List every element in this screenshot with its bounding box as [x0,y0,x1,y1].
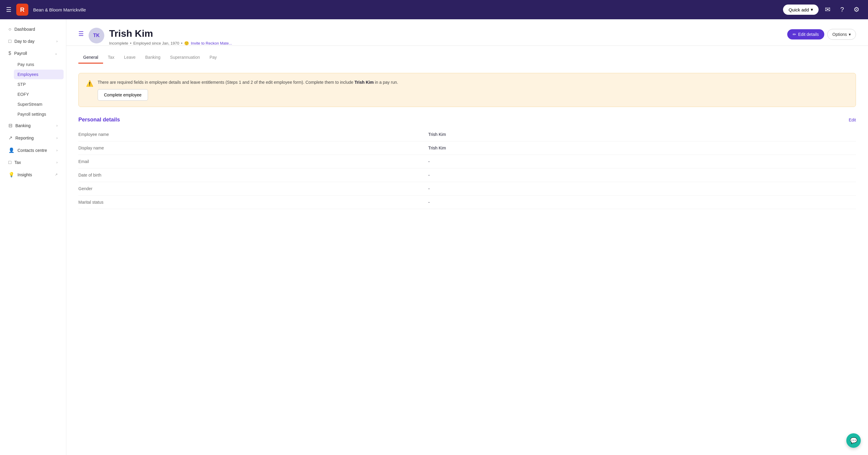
field-label: Marital status [79,196,428,209]
field-value: - [428,182,856,196]
employed-since: Employed since Jan, 1970 [133,41,179,45]
chat-icon: 💬 [850,437,858,444]
help-icon[interactable]: ? [837,4,847,15]
tab-general[interactable]: General [79,52,103,64]
field-value: - [428,196,856,209]
sidebar-item-dashboard[interactable]: ○ Dashboard [2,24,64,35]
tab-leave[interactable]: Leave [119,52,141,64]
hamburger-menu[interactable]: ☰ [6,6,11,13]
tab-tax[interactable]: Tax [103,52,119,64]
sidebar-item-stp[interactable]: STP [14,79,64,89]
header-actions: ✏ Edit details Options ▾ [787,29,856,40]
table-row: Employee name Trish Kim [79,128,856,141]
table-row: Marital status - [79,196,856,209]
sidebar-item-banking[interactable]: ⊟ Banking › [2,120,64,131]
field-value: Trish Kim [428,141,856,155]
sidebar-item-day-to-day[interactable]: □ Day to day › [2,36,64,47]
field-label: Gender [79,182,428,196]
warning-text: There are required fields in employee de… [98,79,398,86]
employee-subtitle: Incomplete • Employed since Jan, 1970 • … [109,41,232,45]
main-content: ☰ TK Trish Kim Incomplete • Employed sin… [66,19,868,455]
field-value: - [428,155,856,168]
topnav-actions: Quick add ▾ ✉ ? ⚙ [783,4,862,15]
sidebar-item-tax[interactable]: □ Tax › [2,157,64,168]
avatar: TK [89,28,104,43]
dollar-icon: $ [8,51,11,56]
employee-status: Incomplete [109,41,128,45]
field-label: Email [79,155,428,168]
warning-employee-name: Trish Kim [354,80,374,85]
warning-content: There are required fields in employee de… [98,79,398,101]
employee-name: Trish Kim [109,28,232,39]
sidebar-toggle-icon[interactable]: ☰ [79,30,84,37]
chevron-right-icon: › [56,124,58,128]
invite-link[interactable]: Invite to Reckon Mate... [191,41,232,45]
company-name: Bean & Bloom Marrickville [33,7,778,12]
chevron-down-icon: ⌄ [55,51,58,56]
chevron-down-icon: ▾ [811,7,813,12]
sidebar-item-payroll-settings[interactable]: Payroll settings [14,109,64,119]
personal-details-table: Employee name Trish Kim Display name Tri… [79,128,856,209]
personal-details-title: Personal details [79,117,120,123]
sidebar-item-employees[interactable]: Employees [14,70,64,79]
dashboard-icon: ○ [8,27,11,32]
options-button[interactable]: Options ▾ [827,29,856,40]
external-link-icon: ↗ [55,173,58,176]
payroll-submenu: Pay runs Employees STP EOFY SuperStream … [0,60,66,119]
tab-banking[interactable]: Banking [141,52,165,64]
edit-details-button[interactable]: ✏ Edit details [787,29,824,39]
complete-employee-button[interactable]: Complete employee [98,89,148,101]
table-row: Date of birth - [79,168,856,182]
content-area: ⚠️ There are required fields in employee… [66,63,868,219]
tax-icon: □ [8,160,11,165]
mail-icon[interactable]: ✉ [822,4,833,15]
top-navigation: ☰ R Bean & Bloom Marrickville Quick add … [0,0,868,19]
smiley-icon: 🙂 [184,41,189,45]
tab-pay[interactable]: Pay [205,52,221,64]
chevron-right-icon: › [56,39,58,43]
personal-details-edit-link[interactable]: Edit [849,118,856,122]
chevron-right-icon: › [56,160,58,165]
contacts-icon: 👤 [8,148,14,153]
quick-add-button[interactable]: Quick add ▾ [783,4,818,15]
sidebar-item-insights[interactable]: 💡 Insights ↗ [2,169,64,181]
insights-icon: 💡 [8,172,14,177]
calendar-icon: □ [8,39,11,44]
reporting-icon: ↗ [8,135,12,141]
table-row: Email - [79,155,856,168]
table-row: Display name Trish Kim [79,141,856,155]
employee-tabs: General Tax Leave Banking Superannuation… [66,52,868,63]
warning-icon: ⚠️ [86,80,93,87]
employee-info: Trish Kim Incomplete • Employed since Ja… [109,28,232,45]
field-label: Employee name [79,128,428,141]
banking-icon: ⊟ [8,123,12,128]
sidebar-item-payroll[interactable]: $ Payroll ⌄ [2,47,64,59]
app-logo: R [16,4,28,16]
sidebar-item-pay-runs[interactable]: Pay runs [14,60,64,69]
chevron-right-icon: › [56,148,58,153]
tab-superannuation[interactable]: Superannuation [165,52,205,64]
chevron-down-icon: ▾ [849,32,851,37]
table-row: Gender - [79,182,856,196]
sidebar-item-eofy[interactable]: EOFY [14,90,64,99]
field-label: Display name [79,141,428,155]
pencil-icon: ✏ [793,32,796,37]
sidebar-item-superstream[interactable]: SuperStream [14,99,64,109]
sidebar-item-contacts-centre[interactable]: 👤 Contacts centre › [2,144,64,156]
field-value: - [428,168,856,182]
chevron-right-icon: › [56,136,58,140]
warning-banner: ⚠️ There are required fields in employee… [79,73,856,107]
field-value: Trish Kim [428,128,856,141]
personal-details-header: Personal details Edit [79,117,856,123]
employee-header: ☰ TK Trish Kim Incomplete • Employed sin… [66,19,868,46]
sidebar-item-reporting[interactable]: ↗ Reporting › [2,132,64,144]
settings-icon[interactable]: ⚙ [851,4,862,15]
sidebar: ○ Dashboard □ Day to day › $ Payroll ⌄ P… [0,19,66,455]
field-label: Date of birth [79,168,428,182]
chat-bubble[interactable]: 💬 [846,433,861,448]
employee-header-left: ☰ TK Trish Kim Incomplete • Employed sin… [79,28,232,45]
